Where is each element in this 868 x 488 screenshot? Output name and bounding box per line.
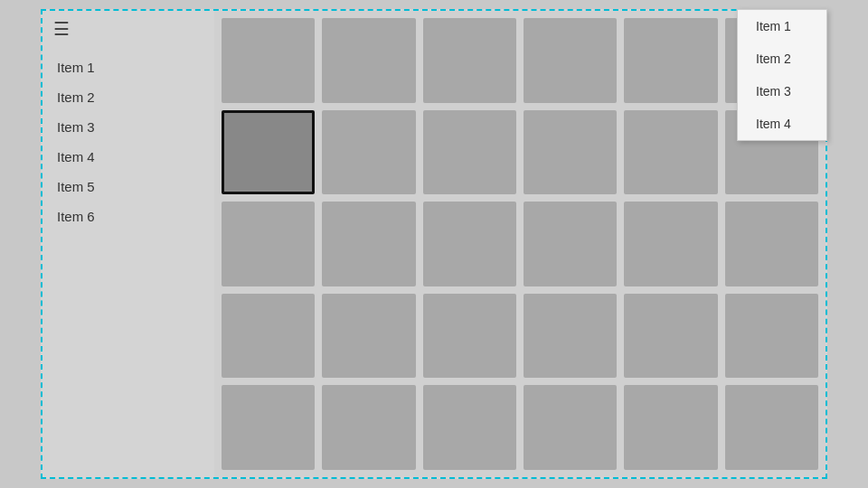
- grid-cell-4[interactable]: [624, 18, 717, 103]
- grid-cell-28[interactable]: [624, 385, 717, 470]
- grid-cell-3[interactable]: [524, 18, 617, 103]
- grid-cell-29[interactable]: [725, 385, 818, 470]
- dropdown-item-2[interactable]: Item 2: [738, 42, 826, 75]
- hamburger-icon[interactable]: ☰: [53, 20, 203, 38]
- grid-cell-26[interactable]: [423, 385, 516, 470]
- sidebar-item-3[interactable]: Item 3: [53, 112, 203, 142]
- dropdown-item-3[interactable]: Item 3: [738, 75, 826, 108]
- grid-cell-10[interactable]: [624, 110, 717, 195]
- grid-cell-2[interactable]: [423, 18, 516, 103]
- grid-cell-12[interactable]: [222, 202, 315, 286]
- sidebar-item-6[interactable]: Item 6: [53, 202, 203, 231]
- sidebar-item-5[interactable]: Item 5: [53, 172, 203, 202]
- grid-cell-20[interactable]: [423, 294, 516, 379]
- grid-cell-17[interactable]: [725, 202, 818, 286]
- grid-cell-18[interactable]: [222, 294, 315, 379]
- sidebar-item-4[interactable]: Item 4: [53, 142, 203, 172]
- grid-cell-27[interactable]: [524, 385, 617, 470]
- grid-cell-23[interactable]: [725, 294, 818, 379]
- grid-cell-19[interactable]: [322, 294, 415, 379]
- grid-cell-22[interactable]: [624, 294, 717, 379]
- grid-cell-24[interactable]: [222, 385, 315, 470]
- grid-cell-25[interactable]: [322, 385, 415, 470]
- content-grid: [214, 11, 826, 477]
- grid-cell-21[interactable]: [524, 294, 617, 379]
- sidebar-item-1[interactable]: Item 1: [53, 52, 203, 82]
- grid-cell-9[interactable]: [524, 110, 617, 195]
- grid-cell-13[interactable]: [322, 202, 415, 286]
- grid-cell-15[interactable]: [524, 202, 617, 286]
- dropdown-item-1[interactable]: Item 1: [738, 10, 826, 42]
- grid-cell-6[interactable]: [222, 110, 315, 195]
- sidebar: ☰ Item 1 Item 2 Item 3 Item 4 Item 5 Ite…: [42, 11, 214, 477]
- grid-cell-16[interactable]: [624, 202, 717, 286]
- grid-cell-1[interactable]: [322, 18, 415, 103]
- grid-cell-7[interactable]: [322, 110, 415, 195]
- main-container: ☰ Item 1 Item 2 Item 3 Item 4 Item 5 Ite…: [41, 9, 827, 479]
- sidebar-item-2[interactable]: Item 2: [53, 82, 203, 112]
- grid-cell-8[interactable]: [423, 110, 516, 195]
- grid-cell-14[interactable]: [423, 202, 516, 286]
- dropdown-menu: Item 1 Item 2 Item 3 Item 4: [737, 9, 827, 141]
- dropdown-item-4[interactable]: Item 4: [738, 108, 826, 140]
- grid-cell-0[interactable]: [222, 18, 315, 103]
